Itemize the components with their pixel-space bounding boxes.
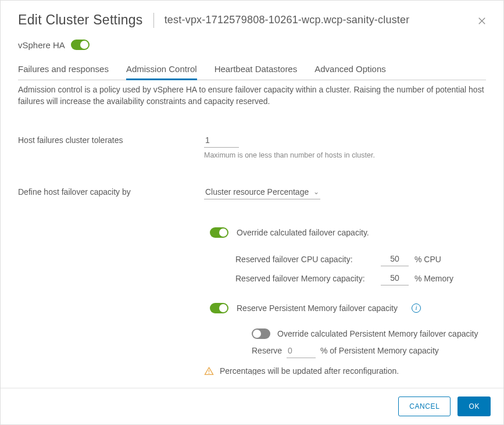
warning-icon bbox=[204, 366, 214, 375]
tab-failures-responses[interactable]: Failures and responses bbox=[18, 59, 109, 80]
failover-capacity-select[interactable]: Cluster resource Percentage ⌄ bbox=[204, 186, 320, 199]
reserved-memory-unit: % Memory bbox=[414, 274, 453, 283]
reserved-memory-input[interactable] bbox=[381, 272, 409, 285]
pmem-override-toggle[interactable] bbox=[252, 328, 270, 339]
tab-admission-control[interactable]: Admission Control bbox=[126, 59, 197, 80]
dialog-subtitle: test-vpx-1712579808-10261-wcp.wcp-sanity… bbox=[165, 14, 410, 26]
reserved-cpu-input[interactable] bbox=[381, 253, 409, 266]
reserved-cpu-unit: % CPU bbox=[414, 255, 441, 264]
reserved-memory-label: Reserved failover Memory capacity: bbox=[235, 274, 381, 283]
pmem-reserve-label: Reserve bbox=[252, 346, 282, 355]
warning-text: Percentages will be updated after reconf… bbox=[220, 366, 399, 375]
tab-heartbeat-datastores[interactable]: Heartbeat Datastores bbox=[215, 59, 298, 80]
close-icon[interactable] bbox=[477, 16, 487, 26]
reserved-cpu-label: Reserved failover CPU capacity: bbox=[235, 255, 381, 264]
host-failures-help: Maximum is one less than number of hosts… bbox=[204, 151, 486, 159]
host-failures-input[interactable] bbox=[204, 134, 239, 148]
failover-capacity-label: Define host failover capacity by bbox=[18, 186, 204, 375]
tabs: Failures and responses Admission Control… bbox=[18, 59, 486, 80]
chevron-down-icon: ⌄ bbox=[313, 188, 319, 196]
vsphere-ha-label: vSphere HA bbox=[18, 40, 65, 50]
vsphere-ha-toggle[interactable] bbox=[71, 40, 90, 50]
svg-point-3 bbox=[209, 373, 210, 374]
override-failover-toggle[interactable] bbox=[210, 227, 228, 238]
pmem-reserve-input[interactable] bbox=[287, 345, 316, 358]
header-divider bbox=[153, 13, 154, 28]
failover-capacity-select-value: Cluster resource Percentage bbox=[205, 187, 309, 197]
tab-advanced-options[interactable]: Advanced Options bbox=[314, 59, 386, 80]
host-failures-label: Host failures cluster tolerates bbox=[18, 134, 204, 159]
info-icon[interactable]: i bbox=[412, 303, 421, 313]
pmem-failover-label: Reserve Persistent Memory failover capac… bbox=[237, 303, 398, 313]
dialog-title: Edit Cluster Settings bbox=[18, 12, 143, 28]
ok-button[interactable]: OK bbox=[457, 397, 491, 416]
cancel-button[interactable]: Cancel bbox=[398, 397, 451, 416]
admission-control-description: Admission control is a policy used by vS… bbox=[18, 84, 486, 108]
pmem-override-label: Override calculated Persistent Memory fa… bbox=[277, 329, 478, 338]
override-failover-label: Override calculated failover capacity. bbox=[237, 228, 369, 237]
pmem-failover-toggle[interactable] bbox=[210, 303, 228, 313]
pmem-reserve-suffix: % of Persistent Memory capacity bbox=[320, 346, 439, 355]
